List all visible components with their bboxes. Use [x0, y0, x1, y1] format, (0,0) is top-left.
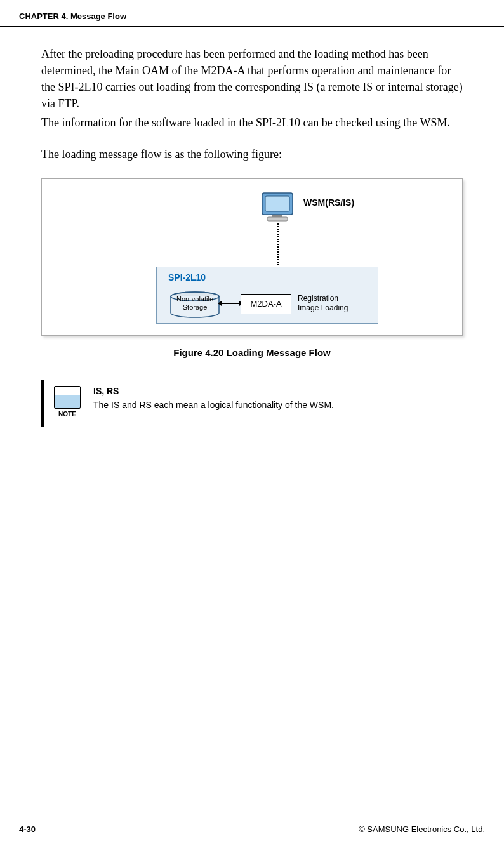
spi-box: SPI-2L10 Non-volatile Storage M2DA-A Reg…	[156, 267, 378, 324]
svg-rect-3	[267, 217, 288, 221]
paragraph-1: After the preloading procedure has been …	[41, 46, 463, 112]
svg-rect-2	[272, 215, 282, 217]
note-text: The IS and RS each mean a logical functi…	[93, 400, 454, 410]
chapter-title: CHAPTER 4. Message Flow	[19, 11, 485, 21]
note-icon-label: NOTE	[58, 411, 76, 418]
bidirectional-arrow	[222, 303, 239, 304]
storage-line2: Storage	[183, 303, 208, 311]
reg-line1: Registration	[298, 294, 338, 303]
wsm-label: WSM(RS/IS)	[303, 197, 354, 208]
paragraph-2: The information for the software loaded …	[41, 114, 463, 131]
note-icon-wrap: NOTE	[53, 386, 82, 418]
page-header: CHAPTER 4. Message Flow	[0, 0, 504, 27]
page-number: 4-30	[19, 825, 36, 834]
spi-label: SPI-2L10	[168, 272, 206, 282]
storage-line1: Non-volatile	[176, 295, 213, 303]
paragraph-3: The loading message flow is as the follo…	[41, 146, 463, 162]
copyright: © SAMSUNG Electronics Co., Ltd.	[359, 825, 485, 834]
storage-label: Non-volatile Storage	[171, 295, 219, 312]
diagram-container: WSM(RS/IS) SPI-2L10 Non-volatile Storage…	[41, 178, 463, 336]
m2da-box: M2DA-A	[241, 294, 291, 314]
page-content: After the preloading procedure has been …	[0, 46, 504, 427]
note-title: IS, RS	[93, 386, 454, 396]
svg-rect-1	[265, 196, 289, 211]
page-footer: 4-30 © SAMSUNG Electronics Co., Ltd.	[19, 819, 485, 834]
registration-label: Registration Image Loading	[298, 294, 348, 313]
note-icon	[54, 386, 81, 409]
note-box: NOTE IS, RS The IS and RS each mean a lo…	[41, 380, 463, 427]
reg-line2: Image Loading	[298, 303, 348, 312]
figure-caption: Figure 4.20 Loading Message Flow	[41, 347, 463, 358]
note-content: IS, RS The IS and RS each mean a logical…	[93, 386, 454, 418]
monitor-icon	[261, 192, 296, 223]
